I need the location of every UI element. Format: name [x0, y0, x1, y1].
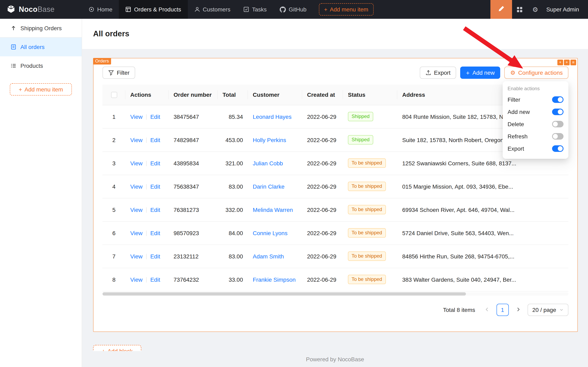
column-header-created-at: Created at: [302, 84, 343, 105]
view-link[interactable]: View: [130, 113, 143, 120]
add-block-button[interactable]: + Add block: [93, 345, 141, 351]
add-icon[interactable]: +: [557, 60, 563, 65]
status-badge: To be shipped: [348, 158, 386, 168]
customer-link[interactable]: Connie Lyons: [253, 230, 287, 236]
view-link[interactable]: View: [130, 253, 143, 259]
total-cell: 332.00: [218, 198, 248, 221]
settings-gear-icon[interactable]: ⚙: [528, 0, 543, 19]
actions-cell: ViewEdit: [125, 105, 169, 128]
nav-item-orders-products[interactable]: Orders & Products: [119, 0, 188, 19]
total-cell: 84.00: [218, 221, 248, 244]
scrollbar-thumb[interactable]: [102, 292, 466, 295]
total-cell: 321.00: [218, 151, 248, 175]
github-icon: [280, 6, 286, 12]
status-badge: To be shipped: [348, 205, 386, 214]
configure-actions-button[interactable]: ⚙ Configure actions: [504, 67, 568, 79]
arrow-up-icon: [11, 25, 16, 31]
nav-add-menu-item-button[interactable]: + Add menu item: [319, 3, 374, 16]
customer-cell: Adam Smith: [248, 244, 302, 268]
edit-link[interactable]: Edit: [150, 230, 160, 236]
divider: [146, 231, 147, 236]
edit-link[interactable]: Edit: [150, 206, 160, 213]
plugin-manager-icon[interactable]: [512, 0, 528, 19]
order-number-cell: 43895834: [169, 151, 218, 175]
file-icon: [11, 44, 16, 50]
filter-button[interactable]: Filter: [102, 67, 135, 79]
nav-item-customers[interactable]: Customers: [188, 0, 237, 19]
nav-item-home[interactable]: Home: [82, 0, 119, 19]
edit-link[interactable]: Edit: [150, 113, 160, 120]
user-name[interactable]: Super Admin: [543, 6, 588, 13]
status-badge: Shipped: [348, 135, 373, 144]
customer-cell: Frankie Simpson: [248, 268, 302, 291]
block-tag: Orders: [93, 58, 111, 65]
horizontal-scrollbar[interactable]: [102, 292, 568, 295]
add-icon[interactable]: +: [564, 60, 570, 65]
sidebar-item-shipping-orders[interactable]: Shipping Orders: [0, 19, 82, 38]
customer-link[interactable]: Holly Perkins: [253, 137, 286, 143]
view-link[interactable]: View: [130, 230, 143, 236]
toggle-delete[interactable]: [552, 121, 563, 127]
order-number-cell: 98570923: [169, 221, 218, 244]
edit-link[interactable]: Edit: [150, 137, 160, 143]
menu-icon[interactable]: ≡: [571, 60, 576, 65]
app-root: NocoBase HomeOrders & ProductsCustomersT…: [0, 0, 588, 367]
nocobase-logo-icon: [7, 4, 16, 15]
edit-link[interactable]: Edit: [150, 160, 160, 166]
address-cell: 015 Margie Mission, Apt. 093, 34936, Ebe…: [397, 175, 568, 198]
page-header: All orders: [82, 19, 588, 49]
divider: [146, 208, 147, 213]
pagination-prev-button[interactable]: [481, 303, 493, 316]
view-link[interactable]: View: [130, 276, 143, 283]
customer-link[interactable]: Adam Smith: [253, 253, 284, 259]
export-button[interactable]: Export: [420, 67, 456, 79]
sidebar-item-products[interactable]: Products: [0, 56, 82, 75]
status-cell: Shipped: [343, 128, 397, 151]
edit-link[interactable]: Edit: [150, 183, 160, 190]
pagination-page-1[interactable]: 1: [496, 303, 509, 316]
actions-cell: ViewEdit: [125, 268, 169, 291]
created-at-cell: 2022-06-29: [302, 268, 343, 291]
edit-link[interactable]: Edit: [150, 253, 160, 259]
customer-link[interactable]: Melinda Warren: [253, 206, 293, 213]
enable-action-export: Export: [508, 142, 563, 155]
tasks-icon: [243, 7, 249, 12]
add-block-button-clipped: + Add block: [93, 345, 143, 351]
customer-link[interactable]: Frankie Simpson: [253, 276, 296, 283]
main-area: All orders Orders + + ≡ Filter: [82, 19, 588, 367]
toggle-filter[interactable]: [552, 96, 563, 103]
enable-actions-dropdown: Enable actions FilterAdd newDeleteRefres…: [503, 81, 568, 159]
add-new-button[interactable]: + Add new: [460, 67, 500, 79]
status-cell: To be shipped: [343, 268, 397, 291]
address-cell: 84856 Hirthe Run, Suite 268, 94754-6705,…: [397, 244, 568, 268]
view-link[interactable]: View: [130, 206, 143, 213]
page-size-select[interactable]: 20 / page: [527, 303, 568, 316]
customer-link[interactable]: Leonard Hayes: [253, 113, 292, 120]
customer-link[interactable]: Darin Clarke: [253, 183, 285, 190]
order-number-cell: 23132112: [169, 244, 218, 268]
toggle-export[interactable]: [552, 145, 563, 152]
divider: [146, 161, 147, 166]
edit-link[interactable]: Edit: [150, 276, 160, 283]
nav-item-github[interactable]: GitHub: [273, 0, 313, 19]
column-header-customer: Customer: [248, 84, 302, 105]
pagination-next-button[interactable]: [512, 303, 524, 316]
status-cell: Shipped: [343, 105, 397, 128]
customer-link[interactable]: Julian Cobb: [253, 160, 283, 166]
ui-editor-toggle-button[interactable]: [490, 0, 512, 19]
nav-item-tasks[interactable]: Tasks: [237, 0, 273, 19]
toggle-add-new[interactable]: [552, 108, 563, 115]
page-title: All orders: [93, 29, 129, 38]
sidebar-add-menu-item-button[interactable]: + Add menu item: [10, 83, 72, 96]
toggle-refresh[interactable]: [552, 133, 563, 140]
table-row: 6 ViewEdit 98570923 84.00 Connie Lyons 2…: [102, 221, 568, 244]
sidebar-item-all-orders[interactable]: All orders: [0, 38, 82, 56]
view-link[interactable]: View: [130, 160, 143, 166]
nocobase-logo[interactable]: NocoBase: [0, 4, 82, 15]
select-all-checkbox[interactable]: [111, 92, 117, 98]
view-link[interactable]: View: [130, 137, 143, 143]
divider: [146, 138, 147, 143]
total-cell: 83.00: [218, 175, 248, 198]
view-link[interactable]: View: [130, 183, 143, 190]
row-index: 7: [102, 244, 125, 268]
